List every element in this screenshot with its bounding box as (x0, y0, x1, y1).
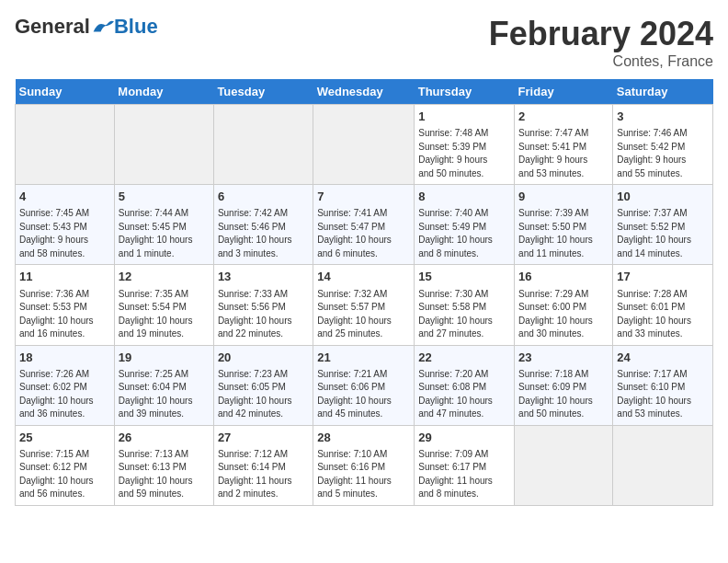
day-number: 19 (119, 350, 210, 366)
day-number: 15 (418, 269, 510, 285)
calendar-week-row: 18Sunrise: 7:26 AM Sunset: 6:02 PM Dayli… (16, 345, 713, 425)
day-number: 29 (418, 430, 510, 446)
day-info: Sunrise: 7:21 AM Sunset: 6:06 PM Dayligh… (317, 368, 410, 421)
calendar-week-row: 25Sunrise: 7:15 AM Sunset: 6:12 PM Dayli… (16, 425, 713, 505)
logo: General Blue (15, 15, 158, 39)
day-info: Sunrise: 7:44 AM Sunset: 5:45 PM Dayligh… (119, 207, 210, 260)
calendar-cell: 22Sunrise: 7:20 AM Sunset: 6:08 PM Dayli… (415, 345, 515, 425)
calendar-cell: 26Sunrise: 7:13 AM Sunset: 6:13 PM Dayli… (114, 425, 213, 505)
day-number: 23 (518, 350, 609, 366)
calendar-cell: 7Sunrise: 7:41 AM Sunset: 5:47 PM Daylig… (313, 185, 415, 265)
day-number: 5 (119, 189, 210, 205)
day-of-week-header: Friday (515, 79, 613, 105)
day-number: 3 (617, 109, 709, 125)
calendar-week-row: 1Sunrise: 7:48 AM Sunset: 5:39 PM Daylig… (16, 105, 713, 185)
day-number: 24 (617, 350, 709, 366)
day-number: 18 (19, 350, 110, 366)
day-info: Sunrise: 7:41 AM Sunset: 5:47 PM Dayligh… (317, 207, 410, 260)
calendar-cell (16, 105, 115, 185)
day-info: Sunrise: 7:26 AM Sunset: 6:02 PM Dayligh… (19, 368, 110, 421)
calendar-cell: 18Sunrise: 7:26 AM Sunset: 6:02 PM Dayli… (16, 345, 115, 425)
day-number: 8 (418, 189, 510, 205)
day-number: 9 (518, 189, 609, 205)
day-info: Sunrise: 7:46 AM Sunset: 5:42 PM Dayligh… (617, 127, 709, 180)
main-title: February 2024 (489, 15, 713, 53)
day-number: 25 (19, 430, 110, 446)
day-info: Sunrise: 7:30 AM Sunset: 5:58 PM Dayligh… (418, 288, 510, 341)
day-info: Sunrise: 7:20 AM Sunset: 6:08 PM Dayligh… (418, 368, 510, 421)
day-number: 20 (218, 350, 309, 366)
day-number: 17 (617, 269, 709, 285)
day-info: Sunrise: 7:28 AM Sunset: 6:01 PM Dayligh… (617, 288, 709, 341)
calendar-cell (515, 425, 613, 505)
calendar-cell: 25Sunrise: 7:15 AM Sunset: 6:12 PM Dayli… (16, 425, 115, 505)
day-info: Sunrise: 7:42 AM Sunset: 5:46 PM Dayligh… (218, 207, 309, 260)
calendar-cell: 9Sunrise: 7:39 AM Sunset: 5:50 PM Daylig… (515, 185, 613, 265)
day-number: 2 (518, 109, 609, 125)
day-info: Sunrise: 7:12 AM Sunset: 6:14 PM Dayligh… (218, 448, 309, 501)
calendar-cell (213, 105, 313, 185)
day-info: Sunrise: 7:32 AM Sunset: 5:57 PM Dayligh… (317, 288, 410, 341)
day-of-week-header: Saturday (613, 79, 713, 105)
calendar-cell: 1Sunrise: 7:48 AM Sunset: 5:39 PM Daylig… (415, 105, 515, 185)
calendar-cell: 2Sunrise: 7:47 AM Sunset: 5:41 PM Daylig… (515, 105, 613, 185)
calendar-cell: 29Sunrise: 7:09 AM Sunset: 6:17 PM Dayli… (415, 425, 515, 505)
day-number: 10 (617, 189, 709, 205)
calendar-cell: 15Sunrise: 7:30 AM Sunset: 5:58 PM Dayli… (415, 265, 515, 345)
calendar-cell: 12Sunrise: 7:35 AM Sunset: 5:54 PM Dayli… (114, 265, 213, 345)
calendar-cell: 19Sunrise: 7:25 AM Sunset: 6:04 PM Dayli… (114, 345, 213, 425)
calendar-cell: 24Sunrise: 7:17 AM Sunset: 6:10 PM Dayli… (613, 345, 713, 425)
day-of-week-header: Sunday (16, 79, 115, 105)
calendar-cell (613, 425, 713, 505)
calendar-cell: 17Sunrise: 7:28 AM Sunset: 6:01 PM Dayli… (613, 265, 713, 345)
calendar-cell: 11Sunrise: 7:36 AM Sunset: 5:53 PM Dayli… (16, 265, 115, 345)
day-info: Sunrise: 7:45 AM Sunset: 5:43 PM Dayligh… (19, 207, 110, 260)
day-info: Sunrise: 7:36 AM Sunset: 5:53 PM Dayligh… (19, 288, 110, 341)
day-number: 11 (19, 269, 110, 285)
calendar-cell: 4Sunrise: 7:45 AM Sunset: 5:43 PM Daylig… (16, 185, 115, 265)
calendar-cell: 8Sunrise: 7:40 AM Sunset: 5:49 PM Daylig… (415, 185, 515, 265)
day-info: Sunrise: 7:18 AM Sunset: 6:09 PM Dayligh… (518, 368, 609, 421)
day-info: Sunrise: 7:40 AM Sunset: 5:49 PM Dayligh… (418, 207, 510, 260)
day-info: Sunrise: 7:35 AM Sunset: 5:54 PM Dayligh… (119, 288, 210, 341)
calendar-cell (114, 105, 213, 185)
calendar-header-row: SundayMondayTuesdayWednesdayThursdayFrid… (16, 79, 713, 105)
day-number: 21 (317, 350, 410, 366)
calendar-cell: 20Sunrise: 7:23 AM Sunset: 6:05 PM Dayli… (213, 345, 313, 425)
calendar-week-row: 4Sunrise: 7:45 AM Sunset: 5:43 PM Daylig… (16, 185, 713, 265)
calendar-week-row: 11Sunrise: 7:36 AM Sunset: 5:53 PM Dayli… (16, 265, 713, 345)
calendar-cell: 10Sunrise: 7:37 AM Sunset: 5:52 PM Dayli… (613, 185, 713, 265)
day-number: 27 (218, 430, 309, 446)
day-info: Sunrise: 7:47 AM Sunset: 5:41 PM Dayligh… (518, 127, 609, 180)
calendar-cell (313, 105, 415, 185)
calendar-cell: 23Sunrise: 7:18 AM Sunset: 6:09 PM Dayli… (515, 345, 613, 425)
day-number: 13 (218, 269, 309, 285)
day-of-week-header: Monday (114, 79, 213, 105)
day-number: 26 (119, 430, 210, 446)
calendar-cell: 13Sunrise: 7:33 AM Sunset: 5:56 PM Dayli… (213, 265, 313, 345)
calendar-cell: 6Sunrise: 7:42 AM Sunset: 5:46 PM Daylig… (213, 185, 313, 265)
day-info: Sunrise: 7:48 AM Sunset: 5:39 PM Dayligh… (418, 127, 510, 180)
day-info: Sunrise: 7:37 AM Sunset: 5:52 PM Dayligh… (617, 207, 709, 260)
logo-blue-text: Blue (114, 15, 158, 39)
logo-general-text: General (15, 15, 90, 39)
day-info: Sunrise: 7:09 AM Sunset: 6:17 PM Dayligh… (418, 448, 510, 501)
day-number: 14 (317, 269, 410, 285)
day-number: 28 (317, 430, 410, 446)
title-section: February 2024 Contes, France (489, 15, 713, 70)
calendar-cell: 21Sunrise: 7:21 AM Sunset: 6:06 PM Dayli… (313, 345, 415, 425)
page-header: General Blue February 2024 Contes, Franc… (15, 15, 713, 70)
calendar-cell: 27Sunrise: 7:12 AM Sunset: 6:14 PM Dayli… (213, 425, 313, 505)
logo-bird-icon (92, 17, 114, 36)
calendar-cell: 16Sunrise: 7:29 AM Sunset: 6:00 PM Dayli… (515, 265, 613, 345)
day-info: Sunrise: 7:29 AM Sunset: 6:00 PM Dayligh… (518, 288, 609, 341)
day-of-week-header: Thursday (415, 79, 515, 105)
day-number: 1 (418, 109, 510, 125)
day-info: Sunrise: 7:15 AM Sunset: 6:12 PM Dayligh… (19, 448, 110, 501)
day-info: Sunrise: 7:17 AM Sunset: 6:10 PM Dayligh… (617, 368, 709, 421)
day-info: Sunrise: 7:33 AM Sunset: 5:56 PM Dayligh… (218, 288, 309, 341)
day-number: 12 (119, 269, 210, 285)
calendar-cell: 5Sunrise: 7:44 AM Sunset: 5:45 PM Daylig… (114, 185, 213, 265)
calendar-cell: 3Sunrise: 7:46 AM Sunset: 5:42 PM Daylig… (613, 105, 713, 185)
day-info: Sunrise: 7:23 AM Sunset: 6:05 PM Dayligh… (218, 368, 309, 421)
